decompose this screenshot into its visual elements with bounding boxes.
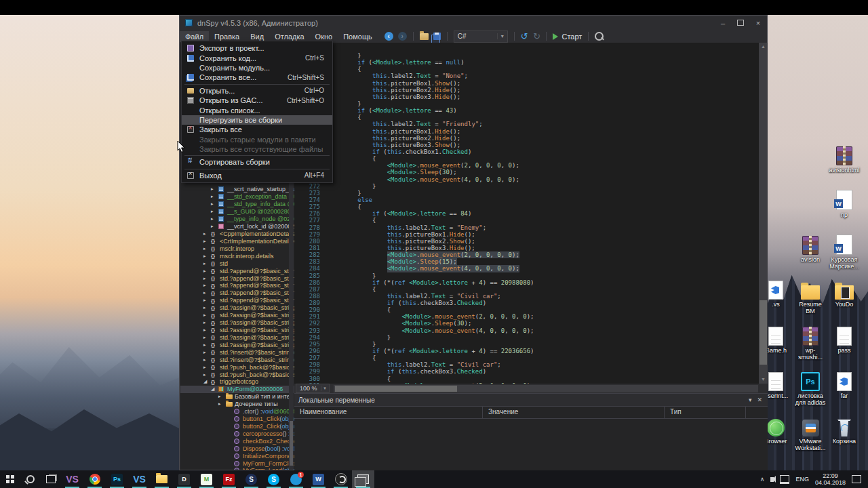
code-line[interactable]: 284 <Module>.mouse_event(4, 0, 0, 0, 0); bbox=[294, 265, 768, 272]
tree-scrollbar-thumb[interactable] bbox=[290, 421, 293, 466]
titlebar[interactable]: dnSpy v4.5.3 (x86, Администратор) – × bbox=[180, 16, 767, 30]
desktop-icon[interactable]: Psлистовка для adidas bbox=[795, 369, 826, 406]
tree-item[interactable]: MyForm_Load(object, bbox=[180, 467, 294, 470]
taskbar-search-button[interactable] bbox=[20, 470, 41, 488]
code-line[interactable]: 267 if (this.checkBox1.Checked) bbox=[294, 148, 768, 155]
expander-icon[interactable]: ▸ bbox=[211, 194, 218, 199]
expander-icon[interactable]: ▸ bbox=[211, 224, 218, 229]
expander-icon[interactable]: ▸ bbox=[218, 401, 226, 407]
desktop-icon[interactable]: avision bbox=[795, 233, 826, 263]
tree-item[interactable]: ▸__std_type_info_data @02 bbox=[180, 201, 294, 208]
code-line[interactable]: 293 <Module>.mouse_event(4, 0, 0, 0, 0); bbox=[294, 327, 768, 334]
tree-item[interactable]: ▸__s_GUID @02000280 bbox=[180, 208, 294, 216]
tree-item[interactable]: button2_Click(object, bbox=[180, 423, 294, 430]
code-line[interactable]: 274 else bbox=[294, 197, 768, 203]
desktop-icon[interactable]: Корзина bbox=[829, 415, 860, 445]
maximize-button[interactable] bbox=[732, 16, 749, 30]
taskbar-notifier-app[interactable]: 1 bbox=[285, 470, 307, 488]
taskbar-steam[interactable]: S bbox=[240, 470, 262, 488]
code-line[interactable]: 281 this.pictureBox3.Hide(); bbox=[294, 245, 768, 251]
tree-item[interactable]: ▸std.?assign@?$basic_string@0 bbox=[180, 304, 294, 312]
code-line[interactable]: 279 this.pictureBox1.Hide(); bbox=[294, 231, 768, 238]
language-combobox[interactable]: C# ▾ bbox=[454, 30, 508, 43]
code-line[interactable]: 286 if (*(ref <Module>.lettore + 4) == 2… bbox=[294, 279, 768, 286]
code-line[interactable]: 288 this.label2.Text = "Civil car"; bbox=[294, 293, 768, 300]
tree-item[interactable]: MyForm_FormClosed bbox=[180, 460, 294, 467]
tree-item[interactable]: cercoprocesso() : void bbox=[180, 430, 294, 437]
expander-icon[interactable]: ▸ bbox=[218, 394, 226, 399]
tree-item[interactable]: ▸std.?append@?$basic_string@ bbox=[180, 297, 294, 304]
tree-item[interactable]: ▸std.?append@?$basic_string@ bbox=[180, 282, 294, 289]
locals-column-header[interactable]: Значение bbox=[483, 407, 665, 418]
locals-column-header[interactable]: Тип bbox=[665, 407, 746, 418]
tree-item[interactable]: ▸std.?append@?$basic_string@ bbox=[180, 267, 294, 274]
code-line[interactable]: 266 this.pictureBox3.Show(); bbox=[294, 142, 768, 148]
taskbar-start-button[interactable] bbox=[0, 470, 20, 488]
code-line[interactable]: 285 } bbox=[294, 272, 768, 279]
taskbar-discord[interactable]: D bbox=[173, 470, 195, 488]
code-line[interactable]: 257 this.pictureBox1.Show(); bbox=[294, 80, 768, 87]
tree-item[interactable]: button1_Click(object, bbox=[180, 415, 294, 423]
tree-item[interactable]: ▸std.?assign@?$basic_string@0 bbox=[180, 312, 294, 319]
taskbar-movie-maker[interactable]: M bbox=[195, 470, 218, 488]
expander-icon[interactable]: ▸ bbox=[203, 283, 211, 288]
tree-item[interactable]: ▸std.?assign@?$basic_string@_ bbox=[180, 319, 294, 327]
tree-item[interactable]: InitializeComponent() bbox=[180, 452, 294, 460]
open-file-icon[interactable] bbox=[420, 33, 429, 40]
tree-item[interactable]: ▸msclr.interop bbox=[180, 245, 294, 252]
tree-item[interactable]: ▸std.?append@?$basic_string@ bbox=[180, 289, 294, 297]
taskbar-obs[interactable] bbox=[330, 470, 352, 488]
tree-item[interactable]: ▸<CppImplementationDetails> bbox=[180, 230, 294, 238]
taskbar-photoshop[interactable]: Ps bbox=[106, 470, 128, 488]
file-menu-item[interactable]: Сохранить код...Ctrl+S bbox=[182, 53, 332, 62]
expander-icon[interactable]: ▸ bbox=[203, 253, 211, 259]
start-debug-button[interactable]: Старт bbox=[553, 33, 582, 41]
taskbar-visual-studio-purple[interactable]: VS bbox=[61, 470, 83, 488]
expander-icon[interactable]: ◢ bbox=[203, 379, 211, 384]
hscroll-thumb[interactable] bbox=[335, 386, 457, 392]
tree-item[interactable]: ▸__type_info_node @02000 bbox=[180, 216, 294, 223]
code-line[interactable]: 291 <Module>.mouse_event(2, 0, 0, 0, 0); bbox=[294, 313, 768, 320]
desktop-icon[interactable]: Курсовая Марсике... bbox=[829, 233, 860, 270]
tree-item[interactable]: ▸std.?assign@?$basic_string@_ bbox=[180, 341, 294, 348]
expander-icon[interactable]: ▸ bbox=[203, 335, 211, 340]
tree-item[interactable]: ▸std.?push_back@?$basic_strin bbox=[180, 371, 294, 378]
menu-6[interactable]: Помощь bbox=[338, 31, 378, 42]
file-menu-item[interactable]: Сохранить все...Ctrl+Shift+S bbox=[182, 73, 332, 82]
expander-icon[interactable]: ▸ bbox=[203, 268, 211, 274]
code-line[interactable]: 280 this.pictureBox2.Show(); bbox=[294, 238, 768, 245]
expander-icon[interactable]: ▸ bbox=[203, 276, 211, 281]
code-line[interactable]: 294 } bbox=[294, 334, 768, 341]
code-line[interactable]: 290 { bbox=[294, 306, 768, 313]
code-line[interactable]: 297 { bbox=[294, 354, 768, 361]
desktop-icon[interactable]: Resume BM bbox=[795, 278, 826, 314]
code-line[interactable]: 270 <Module>.Sleep(30); bbox=[294, 169, 768, 176]
desktop-icon[interactable]: pass bbox=[829, 324, 860, 354]
file-menu-item[interactable]: Перегрузить все сборки bbox=[182, 115, 332, 125]
clock[interactable]: 22:09 04.04.2018 bbox=[815, 472, 846, 486]
desktop-icon[interactable]: far bbox=[829, 369, 860, 399]
code-line[interactable]: 298 this.label2.Text = "Civil car"; bbox=[294, 361, 768, 368]
desktop-icon[interactable]: YouDo bbox=[829, 278, 860, 308]
code-line[interactable]: 261 if (<Module>.lettore == 43) bbox=[294, 107, 768, 114]
code-line[interactable]: 287 { bbox=[294, 286, 768, 293]
code-line[interactable]: 260 } bbox=[294, 100, 768, 107]
taskbar-file-explorer[interactable] bbox=[151, 470, 173, 488]
file-menu-item[interactable]: Экспорт в проект... bbox=[182, 43, 332, 53]
file-menu-item[interactable]: Сортировать сборки bbox=[182, 157, 332, 167]
zoom-level-dropdown[interactable]: 100 % ▾ bbox=[296, 384, 330, 393]
expander-icon[interactable]: ▸ bbox=[203, 350, 211, 355]
expander-icon[interactable]: ▸ bbox=[211, 201, 218, 207]
code-line[interactable]: 283 <Module>.Sleep(15); bbox=[294, 258, 768, 265]
editor-scrollbar[interactable]: ▲ ▼ bbox=[759, 43, 768, 384]
redo-icon[interactable]: ↺ bbox=[533, 32, 540, 41]
file-menu-item[interactable]: Открыть список... bbox=[182, 105, 332, 115]
tree-item[interactable]: ◢triggerbotcsgo bbox=[180, 378, 294, 386]
scroll-down-icon[interactable]: ▼ bbox=[759, 375, 768, 384]
network-icon[interactable] bbox=[780, 475, 789, 484]
tree-item[interactable]: ▸Дочерние типы bbox=[180, 401, 294, 408]
expander-icon[interactable]: ▸ bbox=[203, 305, 211, 310]
taskbar-filezilla[interactable]: Fz bbox=[218, 470, 240, 488]
expander-icon[interactable]: ▸ bbox=[203, 261, 211, 266]
code-line[interactable]: 264 this.pictureBox1.Hide(); bbox=[294, 128, 768, 135]
